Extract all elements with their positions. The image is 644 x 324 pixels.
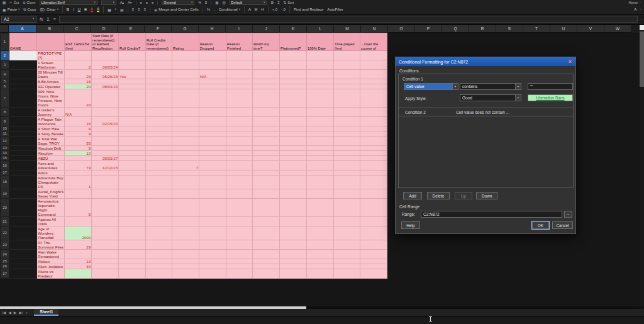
vertical-scrollbar-thumb[interactable]	[640, 31, 644, 87]
cell-I4[interactable]	[226, 70, 253, 79]
cell-K4[interactable]	[280, 70, 307, 79]
row-header-16[interactable]: 16	[1, 161, 9, 170]
cell-M18[interactable]	[334, 176, 360, 189]
row-header-15[interactable]: 15	[1, 156, 9, 161]
cell-J12[interactable]	[253, 137, 280, 146]
expand-formula-bar-icon[interactable]: ⌄	[640, 18, 643, 21]
cell-B15[interactable]: ABZÛ	[37, 156, 65, 161]
cell-J20[interactable]	[253, 199, 280, 217]
align-center-icon[interactable]: ≡	[138, 8, 140, 11]
cell-M12[interactable]	[334, 137, 360, 146]
cell-G7[interactable]	[172, 89, 199, 108]
cell-B10[interactable]: A Short Hike	[37, 126, 65, 131]
cell-F21[interactable]	[146, 217, 172, 226]
cell-N15[interactable]	[360, 156, 387, 161]
cell-H25[interactable]	[199, 259, 226, 264]
column-header-T[interactable]: T	[523, 25, 550, 33]
column-header-C[interactable]: C	[64, 25, 91, 33]
cell-C23[interactable]: 29	[65, 240, 92, 250]
borders-icon[interactable]: ▦	[108, 8, 111, 12]
align-left-icon[interactable]: ≡	[140, 1, 142, 4]
header-cell-B1[interactable]	[37, 33, 65, 51]
cell-C9[interactable]: 16	[65, 117, 92, 126]
cell-D8[interactable]	[92, 108, 119, 117]
cell-K12[interactable]	[280, 137, 307, 146]
cell-N12[interactable]	[360, 137, 387, 146]
cell-A16[interactable]	[9, 161, 37, 170]
cell-D16[interactable]: 12/12/23	[92, 161, 119, 170]
shrink-range-button[interactable]: ▫	[564, 211, 572, 218]
header-cell-N1[interactable]: ...Over the course of	[360, 33, 387, 51]
cell-I2[interactable]	[226, 51, 253, 60]
thousands-separator-icon[interactable]: ,	[214, 8, 215, 11]
cell-B5[interactable]: 8-Bit Armies	[37, 79, 65, 84]
cell-I16[interactable]	[226, 161, 253, 170]
cell-B13[interactable]: Absolute Drift	[37, 146, 65, 151]
cell-A9[interactable]	[9, 117, 37, 126]
cell-N4[interactable]	[360, 70, 387, 79]
cell-D3[interactable]: 08/05/24	[92, 60, 119, 70]
align-left-icon[interactable]: ≡	[132, 8, 135, 11]
equals-icon[interactable]: =	[53, 17, 57, 21]
cell-B27[interactable]: Aliens vs Predator	[37, 269, 65, 279]
cell-L21[interactable]	[307, 217, 334, 226]
cell-A17[interactable]	[9, 170, 37, 176]
cell-N6[interactable]	[360, 84, 387, 89]
cell-G10[interactable]	[172, 126, 199, 131]
cell-M11[interactable]	[334, 131, 360, 137]
home-tab-menu[interactable]: Home⌄	[629, 1, 641, 4]
cell-L17[interactable]	[307, 170, 334, 176]
align-right-icon[interactable]: ≡	[152, 1, 153, 4]
cell-I11[interactable]	[226, 131, 253, 137]
cell-J5[interactable]	[253, 79, 280, 84]
find-replace-button[interactable]: Find and Replace	[294, 8, 323, 11]
cell-I20[interactable]	[226, 199, 253, 217]
cell-H2[interactable]	[199, 51, 226, 60]
row-header-9[interactable]: 9	[1, 117, 9, 126]
header-cell-K1[interactable]: Platinumed?	[280, 33, 307, 51]
cell-A21[interactable]	[9, 217, 37, 226]
cell-F27[interactable]	[146, 269, 172, 279]
cell-L9[interactable]	[307, 117, 334, 126]
cell-M23[interactable]	[334, 240, 360, 250]
cell-H15[interactable]	[199, 156, 226, 161]
cell-A5[interactable]	[9, 79, 37, 84]
cell-J27[interactable]	[253, 269, 280, 279]
cell-I14[interactable]	[226, 151, 253, 156]
cell-N22[interactable]	[360, 226, 387, 240]
cell-K23[interactable]	[280, 240, 307, 250]
cell-E25[interactable]	[119, 259, 146, 264]
cell-M21[interactable]	[334, 217, 360, 226]
cell-L8[interactable]	[307, 108, 334, 117]
cell-B4[interactable]: 20 Minutes Till Dawn	[37, 70, 65, 79]
style-heading1-icon[interactable]: H	[255, 8, 257, 11]
cell-E2[interactable]	[119, 51, 146, 60]
cell-M20[interactable]	[334, 199, 360, 217]
cell-E26[interactable]	[119, 264, 146, 269]
cell-E16[interactable]	[119, 161, 146, 170]
cell-M5[interactable]	[334, 79, 360, 84]
cell-F3[interactable]	[146, 60, 172, 70]
cut-button[interactable]: ✂Cut	[9, 1, 19, 4]
cell-G13[interactable]	[172, 146, 199, 151]
cell-D25[interactable]	[92, 259, 119, 264]
cell-E10[interactable]	[119, 126, 146, 131]
cell-I19[interactable]	[226, 189, 253, 199]
cell-N8[interactable]	[360, 108, 387, 117]
cell-E17[interactable]	[119, 170, 146, 176]
cell-A27[interactable]	[9, 269, 37, 279]
column-header-V[interactable]: V	[577, 25, 604, 33]
cell-D10[interactable]	[92, 126, 119, 131]
cell-D6[interactable]: 08/04/24	[92, 84, 119, 89]
cell-N5[interactable]	[360, 79, 387, 84]
cell-K17[interactable]	[280, 170, 307, 176]
column-header-R[interactable]: R	[469, 25, 496, 33]
cell-D13[interactable]	[92, 146, 119, 151]
cell-B26[interactable]: Alien: Isolation	[37, 264, 65, 269]
cell-E3[interactable]	[119, 60, 146, 70]
grow-font-icon[interactable]: A▴	[120, 1, 124, 4]
cell-E18[interactable]	[119, 176, 146, 189]
last-sheet-icon[interactable]: ▶|	[19, 310, 23, 315]
cell-E15[interactable]	[119, 156, 146, 161]
cell-N26[interactable]	[360, 264, 387, 269]
